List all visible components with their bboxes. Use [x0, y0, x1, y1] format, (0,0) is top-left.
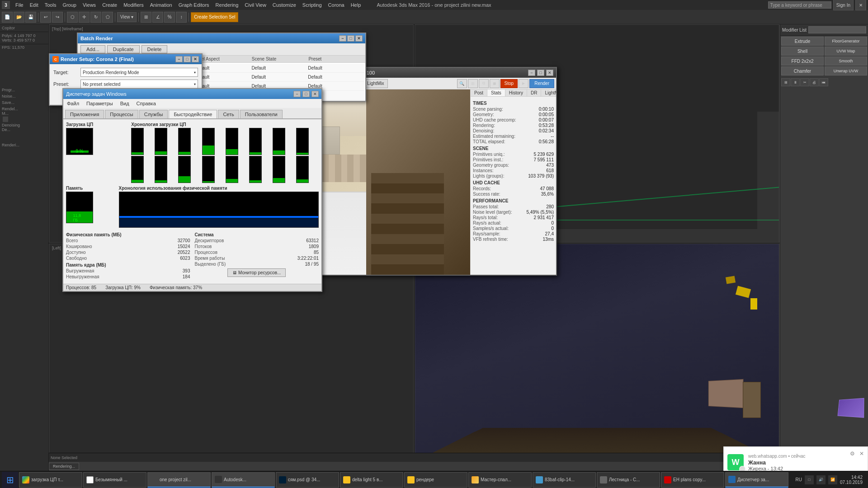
- menu-file[interactable]: File: [13, 1, 26, 9]
- corona-render-btn[interactable]: Render: [529, 79, 554, 88]
- taskbar-app[interactable]: Лестница - С...: [597, 472, 660, 488]
- undo-btn[interactable]: ↩: [40, 12, 51, 23]
- floor-generator-btn[interactable]: FloorGenerator: [825, 37, 867, 46]
- taskbar-lang[interactable]: RU: [795, 477, 802, 482]
- tm-menu-help[interactable]: Справка: [133, 100, 160, 107]
- menu-customize[interactable]: Customize: [270, 1, 299, 9]
- taskbar-network-icon[interactable]: 📶: [828, 475, 837, 484]
- chamfer-btn[interactable]: Chamfer: [781, 66, 824, 75]
- corona-icon-btn3[interactable]: ⧉: [479, 79, 489, 88]
- corona-close-btn[interactable]: ✕: [546, 70, 553, 76]
- tm-tab-performance[interactable]: Быстродействие: [169, 110, 217, 118]
- menu-create[interactable]: Create: [99, 1, 120, 9]
- tm-tab-network[interactable]: Сеть: [218, 110, 239, 118]
- corona-play-btn[interactable]: ▶: [519, 79, 528, 88]
- taskbar-taskmanager[interactable]: Диспетчер за...: [725, 472, 788, 488]
- search-input[interactable]: Type a keyword or phrase: [768, 1, 831, 9]
- spinner-snap-btn[interactable]: ↕: [176, 12, 187, 23]
- right-icon-4[interactable]: 🖨: [810, 78, 819, 86]
- wa-settings-btn[interactable]: ⚙: [850, 450, 855, 457]
- taskbar-chrome[interactable]: загрузка ЦП т...: [19, 472, 82, 488]
- corona-stop-btn[interactable]: Stop: [500, 79, 518, 88]
- menu-tools[interactable]: Tools: [42, 1, 59, 9]
- taskbar-explorer[interactable]: Мастер-спал...: [468, 472, 532, 488]
- view-dropdown[interactable]: View ▾: [117, 12, 137, 22]
- rs-minimize-btn[interactable]: −: [175, 56, 183, 62]
- move-btn[interactable]: ✛: [79, 12, 90, 23]
- shell-btn[interactable]: Shell: [781, 47, 824, 56]
- corona-icon-btn2[interactable]: ⊞: [468, 79, 478, 88]
- menu-rendering[interactable]: Rendering: [213, 1, 241, 9]
- corona-icon-btn1[interactable]: 🔍: [457, 79, 467, 88]
- tm-menu-view[interactable]: Вид: [117, 100, 133, 107]
- tm-minimize-btn[interactable]: −: [293, 91, 301, 97]
- rs-target-dropdown[interactable]: Production Rendering Mode ▾: [80, 68, 198, 77]
- stats-tab-post[interactable]: Post: [471, 89, 487, 96]
- stats-tab-history[interactable]: History: [505, 89, 527, 96]
- taskbar-show-desktop-btn[interactable]: □: [805, 475, 814, 484]
- rotate-btn[interactable]: ↻: [90, 12, 101, 23]
- save-btn[interactable]: 💾: [25, 12, 36, 23]
- menu-modifiers[interactable]: Modifiers: [121, 1, 146, 9]
- taskbar-3dsmax-1[interactable]: one project zil...: [147, 472, 211, 488]
- tm-close-btn[interactable]: ✕: [311, 91, 319, 97]
- unwrap-uvw-btn[interactable]: Unwrap UVW: [825, 66, 867, 75]
- taskbar-clock[interactable]: 14:42 07.10.2019: [840, 475, 863, 485]
- br-maximize-btn[interactable]: □: [347, 35, 354, 42]
- tm-tab-services[interactable]: Службы: [139, 110, 168, 118]
- menu-help[interactable]: Help: [348, 1, 364, 9]
- percent-snap-btn[interactable]: %: [164, 12, 175, 23]
- batch-delete-btn[interactable]: Delete: [142, 45, 168, 53]
- menu-corona[interactable]: Corona: [326, 1, 347, 9]
- tm-tab-apps[interactable]: Приложения: [65, 110, 104, 118]
- menu-graph-editors[interactable]: Graph Editors: [176, 1, 212, 9]
- open-btn[interactable]: 📂: [14, 12, 24, 23]
- right-icon-2[interactable]: ⏸: [791, 78, 800, 86]
- corona-minimize-btn[interactable]: −: [528, 70, 535, 76]
- menu-views[interactable]: Views: [80, 1, 99, 9]
- extrude-btn[interactable]: Extrude: [781, 37, 824, 46]
- taskbar-folder-2[interactable]: рендере: [404, 472, 467, 488]
- ffd-btn[interactable]: Smooth: [825, 56, 867, 66]
- taskbar-folder-1[interactable]: delta light 5 в...: [340, 472, 403, 488]
- right-icon-5[interactable]: ⏮: [819, 78, 828, 86]
- menu-edit[interactable]: Edit: [27, 1, 41, 9]
- corona-icon-btn4[interactable]: ⏹: [490, 79, 500, 88]
- create-selection-btn[interactable]: Create Selection Sel: [191, 12, 238, 22]
- viewport-perspective[interactable]: [415, 244, 779, 462]
- redo-btn[interactable]: ↪: [52, 12, 63, 23]
- rs-close-btn[interactable]: ✕: [192, 56, 199, 62]
- br-close-btn[interactable]: ✕: [355, 35, 363, 42]
- tm-menu-file[interactable]: Файл: [63, 100, 83, 107]
- monitor-resources-btn[interactable]: 🖥 Монитор ресурсов...: [227, 268, 286, 277]
- taskbar-photoshop[interactable]: сям.psd @ 34...: [276, 472, 339, 488]
- stats-tab-lightmix[interactable]: LightMix: [541, 89, 556, 96]
- stats-tab-stats[interactable]: Stats: [487, 89, 505, 96]
- scale-btn[interactable]: ⬠: [102, 12, 113, 23]
- stats-tab-dr[interactable]: DR: [527, 89, 541, 96]
- sign-in-btn[interactable]: Sign In: [833, 0, 854, 10]
- snap-btn[interactable]: ⊞: [141, 12, 151, 23]
- menu-civil-view[interactable]: Civil View: [242, 1, 269, 9]
- taskbar-notepad[interactable]: Безымянный ...: [83, 472, 146, 488]
- br-minimize-btn[interactable]: −: [339, 35, 346, 42]
- wa-close-btn[interactable]: ✕: [859, 450, 864, 457]
- tm-tab-users[interactable]: Пользователи: [240, 110, 283, 118]
- uvw-map-btn[interactable]: UVW Map: [825, 47, 867, 56]
- new-btn[interactable]: 📄: [2, 12, 13, 23]
- tm-tab-processes[interactable]: Процессы: [105, 110, 138, 118]
- corona-maximize-btn[interactable]: □: [537, 70, 544, 76]
- taskbar-image-viewer[interactable]: 83baf-clip-14...: [533, 472, 596, 488]
- batch-add-btn[interactable]: Add...: [80, 45, 105, 53]
- menu-scripting[interactable]: Scripting: [300, 1, 325, 9]
- taskbar-3dsmax-2[interactable]: Autodesk...: [212, 472, 275, 488]
- tm-menu-params[interactable]: Параметры: [83, 100, 117, 107]
- batch-duplicate-btn[interactable]: Duplicate: [107, 45, 140, 53]
- angle-snap-btn[interactable]: ∠: [152, 12, 163, 23]
- right-icon-3[interactable]: ✂: [800, 78, 809, 86]
- batch-col-preset[interactable]: Preset: [307, 56, 363, 62]
- select-btn[interactable]: ⬡: [67, 12, 78, 23]
- menu-group[interactable]: Group: [60, 1, 79, 9]
- taskbar-pdf[interactable]: EH plans copy...: [661, 472, 724, 488]
- tm-maximize-btn[interactable]: □: [302, 91, 310, 97]
